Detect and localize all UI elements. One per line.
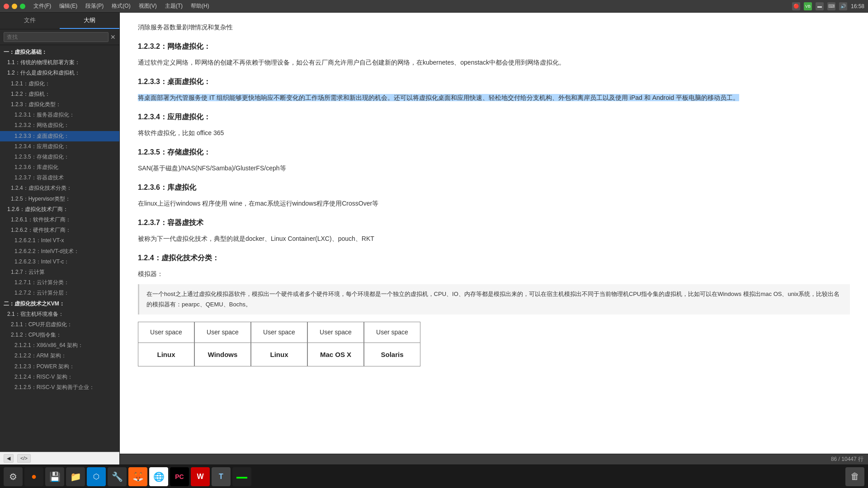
taskbar-icon-settings[interactable]: ⚙ bbox=[4, 467, 23, 486]
section-title-124: 1.2.4：虚拟化技术分类： bbox=[138, 252, 850, 265]
outline-item[interactable]: 2.1.2.5：RISC-V 架构善于企业： bbox=[0, 382, 119, 393]
taskbar-icon-files[interactable]: 💾 bbox=[45, 467, 64, 486]
outline-item[interactable]: 2.1.2.2：ARM 架构： bbox=[0, 351, 119, 361]
top-text: 消除服务器数量剧增情况和复杂性 bbox=[138, 22, 850, 33]
userspace-os-macos: Mac OS X bbox=[308, 343, 363, 366]
section-body-1233: 将桌面部署为代管服务使 IT 组织能够更快地响应不断变化的工作场所需求和新出现的… bbox=[138, 92, 850, 103]
section-title-1237: 1.2.3.7：容器虚技术 bbox=[138, 216, 850, 230]
taskbar-icon-folder[interactable]: 📁 bbox=[66, 467, 85, 486]
taskbar-icon-tool[interactable]: 🔧 bbox=[108, 467, 127, 486]
taskbar-icon-vscode[interactable]: ⬡ bbox=[87, 467, 106, 486]
blockquote-simulator: 在一个host之上通过虚拟化模拟器软件，模拟出一个硬件或者多个硬件环境，每个环境… bbox=[138, 284, 850, 314]
menu-format[interactable]: 格式(O) bbox=[108, 1, 134, 11]
statusbar: 86 / 10447 行 bbox=[120, 454, 868, 465]
outline-item[interactable]: 1.2.3.7：容器虚技术 bbox=[0, 173, 119, 183]
outline-item[interactable]: 1.2.3.1：服务器虚拟化： bbox=[0, 110, 119, 120]
userspace-container: User space Linux User space Windows User… bbox=[138, 322, 850, 366]
outline-item[interactable]: 1.2.6.2：硬件技术厂商： bbox=[0, 225, 119, 235]
outline-item[interactable]: 2.1：宿主机环境准备： bbox=[0, 309, 119, 319]
outline-item[interactable]: 1.2.2：虚拟机： bbox=[0, 89, 119, 99]
window-controls[interactable] bbox=[4, 4, 25, 9]
tab-outline[interactable]: 大纲 bbox=[60, 13, 119, 29]
userspace-label-1: User space bbox=[138, 322, 194, 343]
section-title-1236: 1.2.3.6：库虚拟化 bbox=[138, 181, 850, 194]
outline-item[interactable]: 2.1.2.1：X86/x86_64 架构： bbox=[0, 340, 119, 351]
main-container: 文件 大纲 ✕ 一：虚拟化基础： 1.1：传统的物理机部署方案： 1.2：什么是… bbox=[0, 13, 868, 465]
section-title-1233: 1.2.3.3：桌面虚拟化： bbox=[138, 75, 850, 89]
userspace-box-linux2: User space Linux bbox=[251, 322, 307, 366]
section-body-1236: 在linux上运行windows 程序使用 wine，在mac系统运行windo… bbox=[138, 198, 850, 209]
userspace-box-linux1: User space Linux bbox=[138, 322, 194, 366]
section-body-1235: SAN(基于磁盘)/NAS(NFS/Samba)/GlusterFS/ceph等 bbox=[138, 163, 850, 174]
search-clear-button[interactable]: ✕ bbox=[110, 33, 116, 41]
outline-item[interactable]: 2.1.1：CPU开启虚拟化： bbox=[0, 319, 119, 330]
menu-help[interactable]: 帮助(H) bbox=[187, 1, 213, 11]
menu-paragraph[interactable]: 段落(P) bbox=[82, 1, 107, 11]
outline-item[interactable]: 2.1.2.4：RISC-V 架构： bbox=[0, 372, 119, 382]
taskbar-icon-terminal[interactable]: ▬▬ bbox=[232, 467, 251, 486]
menu-view[interactable]: 视图(V) bbox=[135, 1, 160, 11]
sidebar-tabs: 文件 大纲 bbox=[0, 13, 119, 29]
outline-item[interactable]: 1.2：什么是虚拟化和虚拟机： bbox=[0, 68, 119, 78]
outline-item[interactable]: 1.2.6.2.1：Intel VT-x bbox=[0, 235, 119, 246]
outline-tree[interactable]: 一：虚拟化基础： 1.1：传统的物理机部署方案： 1.2：什么是虚拟化和虚拟机：… bbox=[0, 45, 119, 452]
outline-item[interactable]: 1.2.7.1：云计算分类： bbox=[0, 277, 119, 288]
userspace-label-3: User space bbox=[251, 322, 307, 343]
taskbar-icon-wps[interactable]: W bbox=[191, 467, 210, 486]
outline-item[interactable]: 1.1：传统的物理机部署方案： bbox=[0, 57, 119, 68]
outline-item[interactable]: 一：虚拟化基础： bbox=[0, 47, 119, 57]
taskbar-icon-jetbrains[interactable]: PC bbox=[170, 467, 189, 486]
titlebar: 文件(F) 编辑(E) 段落(P) 格式(O) 视图(V) 主题(T) 帮助(H… bbox=[0, 0, 868, 13]
maximize-button[interactable] bbox=[20, 4, 25, 9]
taskbar-icon-obs[interactable]: ● bbox=[24, 467, 43, 486]
outline-item[interactable]: 1.2.7.2：云计算分层： bbox=[0, 288, 119, 298]
outline-item[interactable]: 1.2.3.5：存储虚拟化： bbox=[0, 152, 119, 162]
userspace-label-5: User space bbox=[364, 322, 420, 343]
outline-item-active[interactable]: 1.2.3.3：桌面虚拟化： bbox=[0, 131, 119, 141]
content-area[interactable]: 消除服务器数量剧增情况和复杂性 1.2.3.2：网络虚拟化： 通过软件定义网络，… bbox=[120, 13, 868, 454]
minimize-button[interactable] bbox=[12, 4, 17, 9]
search-input[interactable] bbox=[4, 32, 108, 42]
section-title-1232: 1.2.3.2：网络虚拟化： bbox=[138, 40, 850, 53]
taskbar-icon-chrome[interactable]: 🌐 bbox=[149, 467, 168, 486]
outline-item[interactable]: 1.2.3.6：库虚拟化 bbox=[0, 162, 119, 173]
menu-theme[interactable]: 主题(T) bbox=[161, 1, 186, 11]
nav-code[interactable]: </> bbox=[17, 454, 31, 463]
menu-edit[interactable]: 编辑(E) bbox=[56, 1, 81, 11]
outline-item[interactable]: 1.2.3：虚拟化类型： bbox=[0, 99, 119, 110]
outline-item[interactable]: 2.1.2.3：POWER 架构： bbox=[0, 361, 119, 372]
monitor-icon: ▬ bbox=[816, 2, 824, 10]
statusbar-page-info: 86 / 10447 行 bbox=[831, 455, 863, 463]
outline-item[interactable]: 二：虚拟化技术之KVM： bbox=[0, 299, 119, 309]
userspace-os-windows: Windows bbox=[195, 343, 250, 366]
tab-file[interactable]: 文件 bbox=[0, 13, 60, 29]
section-title-1235: 1.2.3.5：存储虚拟化： bbox=[138, 146, 850, 159]
app-icon-2: VB bbox=[804, 2, 812, 10]
close-button[interactable] bbox=[4, 4, 9, 9]
nav-arrows[interactable]: ◀ </> bbox=[4, 454, 31, 463]
outline-item[interactable]: 1.2.1：虚拟化： bbox=[0, 79, 119, 89]
clock: 16:58 bbox=[851, 3, 864, 9]
outline-item[interactable]: 1.2.5：Hypervisor类型： bbox=[0, 194, 119, 204]
outline-item[interactable]: 1.2.4：虚拟化技术分类： bbox=[0, 183, 119, 193]
outline-item[interactable]: 1.2.6：虚拟化技术厂商： bbox=[0, 204, 119, 215]
keyboard-icon: ⌨ bbox=[827, 2, 835, 10]
outline-item[interactable]: 1.2.6.2.2：IntelVT-d技术： bbox=[0, 246, 119, 257]
section-title-1234: 1.2.3.4：应用虚拟化： bbox=[138, 111, 850, 124]
outline-item[interactable]: 1.2.3.2：网络虚拟化： bbox=[0, 120, 119, 131]
outline-item[interactable]: 1.2.6.2.3：Intel VT-c： bbox=[0, 257, 119, 267]
userspace-label-4: User space bbox=[308, 322, 363, 343]
titlebar-right: 🔴 VB ▬ ⌨ 🔊 16:58 bbox=[792, 2, 864, 10]
outline-item[interactable]: 1.2.3.4：应用虚拟化： bbox=[0, 141, 119, 152]
outline-item[interactable]: 1.2.6.1：软件技术厂商： bbox=[0, 215, 119, 225]
app-icon-1: 🔴 bbox=[792, 2, 800, 10]
content-wrapper: 消除服务器数量剧增情况和复杂性 1.2.3.2：网络虚拟化： 通过软件定义网络，… bbox=[120, 13, 868, 465]
taskbar-icon-firefox[interactable]: 🦊 bbox=[128, 467, 147, 486]
outline-item[interactable]: 2.1.2：CPU指令集： bbox=[0, 330, 119, 340]
outline-item[interactable]: 1.2.7：云计算 bbox=[0, 267, 119, 277]
taskbar-icon-typora[interactable]: T bbox=[212, 467, 231, 486]
nav-left[interactable]: ◀ bbox=[4, 454, 14, 463]
taskbar-icon-trash[interactable]: 🗑 bbox=[845, 467, 864, 486]
menu-file[interactable]: 文件(F) bbox=[30, 1, 55, 11]
section-label-simulator: 模拟器： bbox=[138, 268, 850, 280]
